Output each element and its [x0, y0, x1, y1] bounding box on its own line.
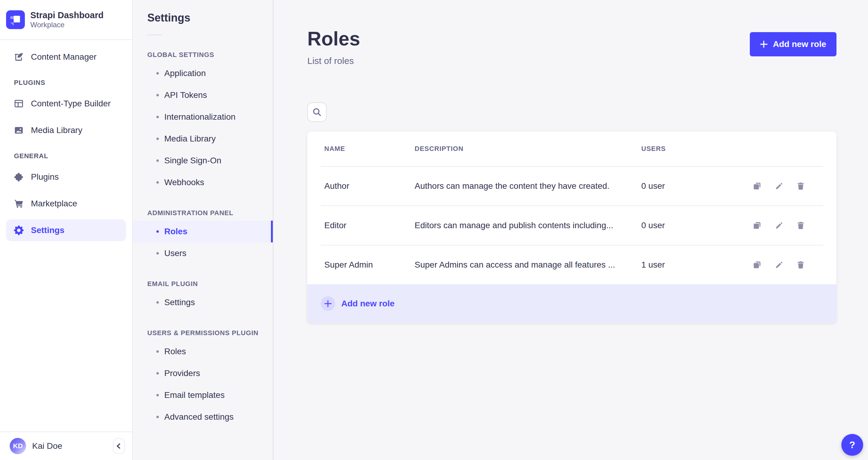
sidebar-item-content-manager[interactable]: Content Manager: [6, 46, 126, 68]
role-name-cell: Editor: [321, 221, 414, 230]
page-title: Roles: [307, 28, 360, 50]
sidebar-section-general-label: GENERAL: [14, 152, 118, 160]
strapi-logo-icon: [6, 10, 25, 29]
brand-subtitle: Workplace: [30, 20, 104, 29]
role-users-cell: 1 user: [641, 260, 749, 270]
help-button[interactable]: ?: [841, 434, 863, 456]
subnav-item-email-settings[interactable]: Settings: [133, 292, 273, 313]
plus-icon: [324, 300, 332, 307]
bullet-icon: [156, 94, 159, 96]
pencil-icon: [775, 221, 783, 230]
subnav-item-roles[interactable]: Roles: [133, 221, 273, 242]
subnav-item-label: API Tokens: [164, 90, 207, 100]
add-new-role-row[interactable]: Add new role: [307, 284, 836, 323]
page-header-text: Roles List of roles: [307, 28, 360, 66]
table-row[interactable]: Editor Editors can manage and publish co…: [321, 206, 823, 245]
sidebar-item-label: Plugins: [31, 172, 59, 182]
column-header-name: NAME: [321, 145, 414, 153]
edit-role-button[interactable]: [775, 221, 783, 230]
subnav-item-api-tokens[interactable]: API Tokens: [133, 84, 273, 106]
duplicate-role-button[interactable]: [753, 221, 761, 230]
bullet-icon: [156, 372, 159, 374]
subnav-divider: [147, 35, 162, 35]
table-row[interactable]: Author Authors can manage the content th…: [321, 167, 823, 206]
sidebar-item-label: Marketplace: [31, 199, 77, 209]
puzzle-icon: [14, 172, 24, 182]
duplicate-icon: [753, 260, 761, 269]
add-new-role-button[interactable]: Add new role: [750, 32, 836, 56]
subnav-item-webhooks[interactable]: Webhooks: [133, 172, 273, 193]
roles-table: NAME DESCRIPTION USERS Author Authors ca…: [307, 131, 836, 284]
brand-text: Strapi Dashboard Workplace: [30, 10, 104, 30]
subnav-item-label: Application: [164, 68, 206, 78]
trash-icon: [797, 182, 805, 190]
subnav-item-label: Internationalization: [164, 112, 236, 122]
sidebar-item-content-type-builder[interactable]: Content-Type Builder: [6, 93, 126, 115]
row-actions: [749, 221, 822, 230]
content-type-builder-icon: [14, 99, 24, 109]
subnav-item-label: Webhooks: [164, 178, 204, 187]
plus-circle: [321, 296, 335, 311]
role-description-cell: Editors can manage and publish contents …: [414, 221, 641, 230]
bullet-icon: [156, 230, 159, 233]
row-actions: [749, 182, 822, 190]
bullet-icon: [156, 252, 159, 254]
edit-role-button[interactable]: [775, 260, 783, 269]
table-row[interactable]: Super Admin Super Admins can access and …: [321, 245, 823, 284]
delete-role-button[interactable]: [797, 221, 805, 230]
delete-role-button[interactable]: [797, 260, 805, 269]
brand[interactable]: Strapi Dashboard Workplace: [0, 0, 132, 40]
column-header-users: USERS: [641, 145, 749, 153]
subnav-item-label: Providers: [164, 368, 200, 378]
bullet-icon: [156, 301, 159, 304]
duplicate-role-button[interactable]: [753, 260, 761, 269]
edit-role-button[interactable]: [775, 182, 783, 190]
subnav-item-users[interactable]: Users: [133, 242, 273, 264]
subnav-section-administration-panel-label: ADMINISTRATION PANEL: [147, 209, 273, 217]
avatar[interactable]: KD: [10, 438, 26, 454]
add-new-role-row-label: Add new role: [341, 299, 395, 308]
bullet-icon: [156, 394, 159, 396]
page-header: Roles List of roles Add new role: [307, 28, 836, 66]
subnav-section-email-plugin-label: EMAIL PLUGIN: [147, 280, 273, 288]
search-button[interactable]: [307, 102, 327, 122]
subnav-item-label: Settings: [164, 298, 195, 307]
subnav-item-providers[interactable]: Providers: [133, 362, 273, 384]
subnav-item-label: Users: [164, 248, 186, 258]
subnav-item-internationalization[interactable]: Internationalization: [133, 106, 273, 128]
brand-title: Strapi Dashboard: [30, 10, 104, 21]
toolbar: [307, 102, 836, 122]
subnav-item-media-library[interactable]: Media Library: [133, 128, 273, 150]
subnav-item-application[interactable]: Application: [133, 62, 273, 84]
duplicate-role-button[interactable]: [753, 182, 761, 190]
collapse-sidebar-button[interactable]: [113, 438, 125, 454]
subnav-item-single-sign-on[interactable]: Single Sign-On: [133, 150, 273, 172]
subnav-item-label: Roles: [164, 347, 186, 356]
trash-icon: [797, 260, 805, 269]
subnav-item-advanced-settings[interactable]: Advanced settings: [133, 406, 273, 428]
sidebar-item-label: Media Library: [31, 125, 83, 135]
duplicate-icon: [753, 221, 761, 230]
add-new-role-button-label: Add new role: [773, 39, 826, 49]
sidebar-item-plugins[interactable]: Plugins: [6, 166, 126, 188]
subnav-item-label: Roles: [164, 227, 187, 236]
cart-icon: [14, 199, 24, 209]
role-description-cell: Authors can manage the content they have…: [414, 181, 641, 191]
subnav-item-up-roles[interactable]: Roles: [133, 341, 273, 362]
role-users-cell: 0 user: [641, 181, 749, 191]
pencil-icon: [775, 182, 783, 190]
sidebar-item-marketplace[interactable]: Marketplace: [6, 193, 126, 215]
sidebar-item-media-library[interactable]: Media Library: [6, 119, 126, 141]
sidebar-item-settings[interactable]: Settings: [6, 219, 126, 241]
subnav-item-email-templates[interactable]: Email templates: [133, 384, 273, 406]
roles-table-card: NAME DESCRIPTION USERS Author Authors ca…: [307, 131, 836, 323]
delete-role-button[interactable]: [797, 182, 805, 190]
gear-icon: [14, 225, 24, 235]
page-subtitle: List of roles: [307, 56, 360, 66]
subnav-item-label: Advanced settings: [164, 412, 234, 422]
search-icon: [312, 108, 321, 117]
role-users-cell: 0 user: [641, 221, 749, 230]
media-library-icon: [14, 125, 24, 135]
user-row: KD Kai Doe: [0, 431, 132, 460]
trash-icon: [797, 221, 805, 230]
